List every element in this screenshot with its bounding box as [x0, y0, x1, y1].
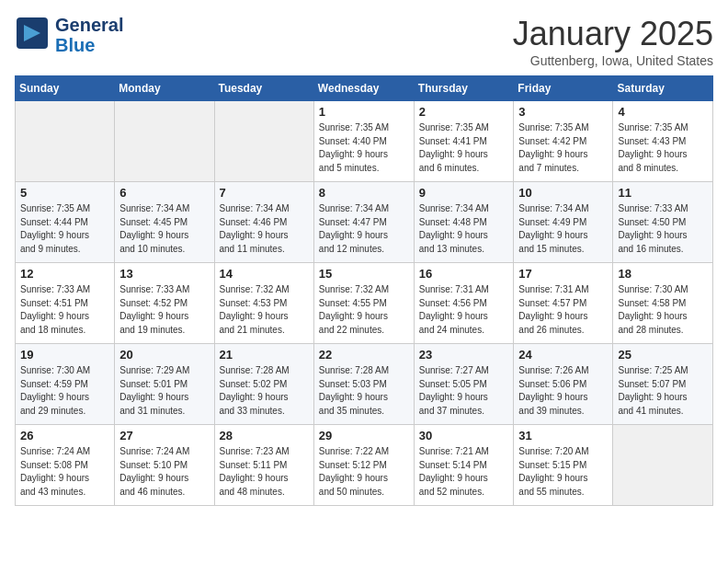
column-header-friday: Friday: [514, 76, 613, 101]
calendar-cell: 12Sunrise: 7:33 AM Sunset: 4:51 PM Dayli…: [16, 263, 115, 344]
day-info: Sunrise: 7:35 AM Sunset: 4:42 PM Dayligh…: [518, 121, 608, 175]
day-info: Sunrise: 7:35 AM Sunset: 4:41 PM Dayligh…: [419, 121, 509, 175]
calendar-cell: 21Sunrise: 7:28 AM Sunset: 5:02 PM Dayli…: [214, 344, 313, 425]
day-number: 18: [618, 267, 708, 281]
logo-line2: Blue: [55, 35, 123, 55]
calendar-cell: 24Sunrise: 7:26 AM Sunset: 5:06 PM Dayli…: [514, 344, 613, 425]
calendar-cell: 15Sunrise: 7:32 AM Sunset: 4:55 PM Dayli…: [313, 263, 414, 344]
calendar-cell: 2Sunrise: 7:35 AM Sunset: 4:41 PM Daylig…: [414, 101, 514, 182]
day-number: 29: [319, 429, 409, 442]
day-info: Sunrise: 7:30 AM Sunset: 4:59 PM Dayligh…: [20, 364, 109, 418]
day-number: 19: [20, 348, 109, 362]
column-header-thursday: Thursday: [414, 76, 514, 101]
calendar-cell: 22Sunrise: 7:28 AM Sunset: 5:03 PM Dayli…: [313, 344, 414, 425]
day-number: 23: [419, 348, 509, 362]
calendar-cell: 28Sunrise: 7:23 AM Sunset: 5:11 PM Dayli…: [214, 425, 313, 506]
day-number: 1: [319, 105, 409, 119]
column-header-tuesday: Tuesday: [214, 76, 313, 101]
column-header-saturday: Saturday: [613, 76, 713, 101]
day-info: Sunrise: 7:22 AM Sunset: 5:12 PM Dayligh…: [319, 445, 409, 499]
day-number: 16: [419, 267, 509, 281]
calendar-cell: 6Sunrise: 7:34 AM Sunset: 4:45 PM Daylig…: [115, 182, 214, 263]
day-number: 17: [518, 267, 608, 281]
day-number: 21: [220, 348, 309, 362]
day-number: 11: [618, 186, 708, 200]
calendar-cell: [214, 101, 313, 182]
day-number: 10: [518, 186, 608, 200]
calendar-cell: 27Sunrise: 7:24 AM Sunset: 5:10 PM Dayli…: [115, 425, 214, 506]
day-info: Sunrise: 7:30 AM Sunset: 4:58 PM Dayligh…: [618, 283, 708, 337]
day-number: 25: [618, 348, 708, 362]
calendar-week-row: 1Sunrise: 7:35 AM Sunset: 4:40 PM Daylig…: [16, 101, 713, 182]
calendar-cell: 13Sunrise: 7:33 AM Sunset: 4:52 PM Dayli…: [115, 263, 214, 344]
day-info: Sunrise: 7:33 AM Sunset: 4:51 PM Dayligh…: [20, 283, 109, 337]
day-info: Sunrise: 7:34 AM Sunset: 4:48 PM Dayligh…: [419, 202, 509, 256]
calendar-week-row: 26Sunrise: 7:24 AM Sunset: 5:08 PM Dayli…: [16, 425, 713, 506]
calendar-cell: [613, 425, 713, 506]
calendar-cell: 26Sunrise: 7:24 AM Sunset: 5:08 PM Dayli…: [16, 425, 115, 506]
day-info: Sunrise: 7:23 AM Sunset: 5:11 PM Dayligh…: [220, 445, 309, 499]
day-number: 28: [220, 429, 309, 442]
day-info: Sunrise: 7:20 AM Sunset: 5:15 PM Dayligh…: [518, 445, 608, 499]
column-header-monday: Monday: [115, 76, 214, 101]
calendar-cell: 30Sunrise: 7:21 AM Sunset: 5:14 PM Dayli…: [414, 425, 514, 506]
day-info: Sunrise: 7:27 AM Sunset: 5:05 PM Dayligh…: [419, 364, 509, 418]
calendar-cell: [115, 101, 214, 182]
calendar-cell: 31Sunrise: 7:20 AM Sunset: 5:15 PM Dayli…: [514, 425, 613, 506]
calendar-cell: 19Sunrise: 7:30 AM Sunset: 4:59 PM Dayli…: [16, 344, 115, 425]
day-info: Sunrise: 7:24 AM Sunset: 5:10 PM Dayligh…: [119, 445, 209, 499]
day-number: 22: [319, 348, 409, 362]
day-number: 26: [20, 429, 109, 442]
title-section: January 2025 Guttenberg, Iowa, United St…: [513, 15, 713, 68]
calendar-table: SundayMondayTuesdayWednesdayThursdayFrid…: [15, 75, 713, 506]
day-info: Sunrise: 7:33 AM Sunset: 4:52 PM Dayligh…: [119, 283, 209, 337]
day-number: 12: [20, 267, 109, 281]
day-number: 15: [319, 267, 409, 281]
calendar-week-row: 19Sunrise: 7:30 AM Sunset: 4:59 PM Dayli…: [16, 344, 713, 425]
day-info: Sunrise: 7:24 AM Sunset: 5:08 PM Dayligh…: [20, 445, 109, 499]
day-number: 6: [119, 186, 209, 200]
calendar-cell: 25Sunrise: 7:25 AM Sunset: 5:07 PM Dayli…: [613, 344, 713, 425]
calendar-cell: 7Sunrise: 7:34 AM Sunset: 4:46 PM Daylig…: [214, 182, 313, 263]
day-info: Sunrise: 7:28 AM Sunset: 5:02 PM Dayligh…: [220, 364, 309, 418]
location: Guttenberg, Iowa, United States: [513, 53, 713, 68]
day-number: 8: [319, 186, 409, 200]
page-header: General Blue January 2025 Guttenberg, Io…: [15, 15, 713, 68]
day-info: Sunrise: 7:35 AM Sunset: 4:43 PM Dayligh…: [618, 121, 708, 175]
calendar-header-row: SundayMondayTuesdayWednesdayThursdayFrid…: [16, 76, 713, 101]
day-number: 9: [419, 186, 509, 200]
day-info: Sunrise: 7:28 AM Sunset: 5:03 PM Dayligh…: [319, 364, 409, 418]
calendar-cell: 10Sunrise: 7:34 AM Sunset: 4:49 PM Dayli…: [514, 182, 613, 263]
day-number: 4: [618, 105, 708, 119]
day-number: 27: [119, 429, 209, 442]
logo-line1: General: [55, 15, 123, 35]
day-info: Sunrise: 7:34 AM Sunset: 4:46 PM Dayligh…: [220, 202, 309, 256]
day-number: 3: [518, 105, 608, 119]
day-number: 24: [518, 348, 608, 362]
day-info: Sunrise: 7:29 AM Sunset: 5:01 PM Dayligh…: [119, 364, 209, 418]
day-info: Sunrise: 7:34 AM Sunset: 4:47 PM Dayligh…: [319, 202, 409, 256]
day-info: Sunrise: 7:31 AM Sunset: 4:56 PM Dayligh…: [419, 283, 509, 337]
day-number: 20: [119, 348, 209, 362]
calendar-cell: 14Sunrise: 7:32 AM Sunset: 4:53 PM Dayli…: [214, 263, 313, 344]
day-info: Sunrise: 7:25 AM Sunset: 5:07 PM Dayligh…: [618, 364, 708, 418]
column-header-sunday: Sunday: [16, 76, 115, 101]
calendar-cell: 4Sunrise: 7:35 AM Sunset: 4:43 PM Daylig…: [613, 101, 713, 182]
calendar-cell: 3Sunrise: 7:35 AM Sunset: 4:42 PM Daylig…: [514, 101, 613, 182]
day-info: Sunrise: 7:32 AM Sunset: 4:53 PM Dayligh…: [220, 283, 309, 337]
calendar-week-row: 12Sunrise: 7:33 AM Sunset: 4:51 PM Dayli…: [16, 263, 713, 344]
day-info: Sunrise: 7:35 AM Sunset: 4:44 PM Dayligh…: [20, 202, 109, 256]
day-number: 7: [220, 186, 309, 200]
day-info: Sunrise: 7:32 AM Sunset: 4:55 PM Dayligh…: [319, 283, 409, 337]
day-info: Sunrise: 7:33 AM Sunset: 4:50 PM Dayligh…: [618, 202, 708, 256]
day-number: 5: [20, 186, 109, 200]
calendar-cell: 29Sunrise: 7:22 AM Sunset: 5:12 PM Dayli…: [313, 425, 414, 506]
day-info: Sunrise: 7:31 AM Sunset: 4:57 PM Dayligh…: [518, 283, 608, 337]
day-number: 30: [419, 429, 509, 442]
calendar-cell: 5Sunrise: 7:35 AM Sunset: 4:44 PM Daylig…: [16, 182, 115, 263]
column-header-wednesday: Wednesday: [313, 76, 414, 101]
calendar-cell: 17Sunrise: 7:31 AM Sunset: 4:57 PM Dayli…: [514, 263, 613, 344]
calendar-week-row: 5Sunrise: 7:35 AM Sunset: 4:44 PM Daylig…: [16, 182, 713, 263]
day-number: 13: [119, 267, 209, 281]
calendar-cell: [16, 101, 115, 182]
